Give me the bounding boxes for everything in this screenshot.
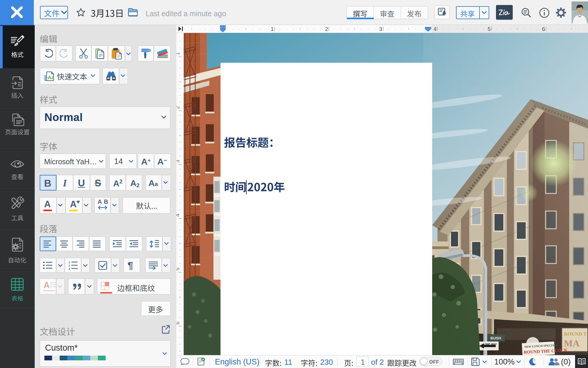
svg-text:2: 2 — [176, 106, 181, 109]
svg-text:2: 2 — [325, 26, 328, 32]
svg-text:1: 1 — [69, 261, 70, 264]
svg-text:3: 3 — [176, 160, 181, 163]
svg-text:4: 4 — [176, 213, 181, 217]
svg-text:4: 4 — [433, 26, 437, 32]
svg-text:1: 1 — [176, 52, 181, 55]
svg-text:6: 6 — [176, 321, 181, 325]
svg-text:5: 5 — [487, 26, 491, 32]
svg-text:Aa: Aa — [48, 75, 54, 80]
svg-text:5: 5 — [176, 268, 181, 271]
svg-text:2: 2 — [69, 264, 70, 267]
svg-text:3: 3 — [379, 26, 382, 32]
svg-text:3: 3 — [69, 267, 70, 270]
svg-text:1: 1 — [270, 26, 274, 32]
svg-text:6: 6 — [542, 26, 545, 32]
